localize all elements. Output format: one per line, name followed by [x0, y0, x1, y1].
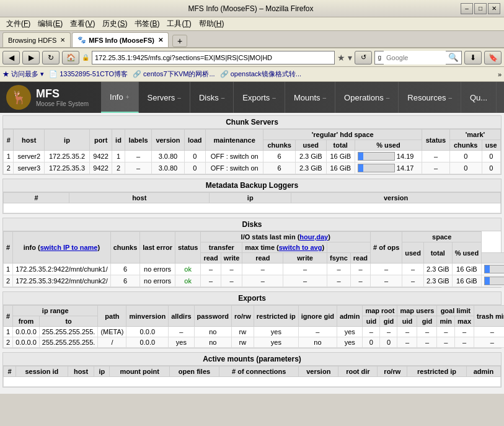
hour-day-link[interactable]: hour,day [299, 233, 328, 241]
col-mbl-host: host [69, 193, 210, 203]
col-mount-connections: # of connections [219, 366, 299, 377]
new-tab-button[interactable]: + [172, 35, 187, 47]
progress-bar [358, 152, 395, 161]
col-exp-password: password [194, 306, 231, 327]
col-fsync-time: fsync [327, 253, 351, 264]
nav-tab-resources[interactable]: Resources – [399, 82, 461, 113]
disk-write-transfer: – [221, 264, 242, 275]
exp-password: no [194, 327, 231, 337]
nav-tab-servers-label: Servers [148, 93, 175, 102]
col-chunks2: chunks [449, 140, 482, 151]
download-button[interactable]: ⬇ [464, 51, 482, 64]
back-button[interactable]: ◀ [2, 51, 20, 64]
progress-bar [484, 277, 504, 285]
table-row: 2 server3 172.25.35.3 9422 2 – 3.0.80 0 … [4, 162, 501, 174]
url-input[interactable] [92, 51, 335, 64]
table-row: 1 172.25.35.2:9422/mnt/chunk1/ 6 no erro… [4, 264, 505, 275]
col-exp-num: # [4, 306, 13, 327]
tab-bar: Browsing HDFS ✕ 🐾 MFS Info (MooseFS) ✕ + [0, 31, 504, 48]
exp-users-uid: – [397, 337, 417, 348]
nav-tab-operations[interactable]: Operations – [335, 82, 399, 113]
exp-goal-min: – [437, 327, 455, 337]
menu-edit[interactable]: 编辑(E) [34, 17, 66, 30]
cs-use2: 0 [482, 162, 500, 174]
nav-tab-servers[interactable]: Servers – [139, 82, 190, 113]
bookmark-kvm[interactable]: 🔗 centos7下KVM的网桥... [133, 69, 215, 79]
nav-tab-mounts[interactable]: Mounts – [285, 82, 335, 113]
col-hdd-space: 'regular' hdd space [263, 130, 422, 140]
window-controls[interactable]: – □ ✕ [461, 3, 500, 14]
disk-percent: 14.19 [482, 264, 504, 275]
reload-button[interactable]: ↻ [42, 51, 60, 64]
col-goal-min: min [437, 316, 455, 327]
cs-labels: – [125, 151, 152, 162]
refresh-button[interactable]: ↺ [355, 51, 372, 64]
exp-root-uid: 0 [363, 337, 380, 348]
col-port: port [89, 130, 112, 151]
tab-hdfs-close[interactable]: ✕ [60, 37, 65, 43]
bookmark-51cto[interactable]: 📄 13352895-51CTO博客 [49, 69, 128, 79]
menu-file[interactable]: 文件(F) [2, 17, 34, 30]
nav-tab-disks-label: Disks [199, 93, 219, 102]
col-total: total [326, 140, 355, 151]
disk-path: 172.25.35.2:9422/mnt/chunk1/ [13, 264, 111, 275]
nav-tab-exports[interactable]: Exports – [234, 82, 285, 113]
disk-total: 16 GiB [452, 264, 482, 275]
search-button[interactable]: 🔍 [446, 53, 461, 62]
nav-tab-mounts-icon: – [323, 94, 327, 101]
col-space: space [402, 232, 482, 242]
maximize-button[interactable]: □ [474, 3, 487, 14]
cs-host: server2 [14, 151, 45, 162]
tab-mfs-close[interactable]: ✕ [158, 37, 163, 43]
exp-from: 0.0.0.0 [13, 337, 40, 348]
col-exp-from: from [13, 316, 40, 327]
bookmarks-bar: ★ 访问最多 ▾ 📄 13352895-51CTO博客 🔗 centos7下KV… [0, 67, 504, 82]
metadata-backup-header: Metadata Backup Loggers [3, 179, 501, 192]
menu-history[interactable]: 历史(S) [99, 17, 131, 30]
menu-view[interactable]: 查看(V) [66, 17, 99, 30]
col-exp-minver: minversion [126, 306, 169, 327]
disk-read-ops: – [350, 264, 370, 275]
disk-status: ok [175, 275, 200, 287]
col-mount-openfiles: open files [169, 366, 219, 377]
minimize-button[interactable]: – [461, 3, 473, 14]
cs-chunks: 6 [263, 151, 296, 162]
col-map-users-uid: uid [397, 316, 417, 327]
nav-tab-mounts-label: Mounts [294, 93, 321, 102]
progress-bar-fill [485, 277, 490, 285]
home-button[interactable]: 🏠 [62, 51, 79, 64]
col-host: host [14, 130, 45, 151]
nav-tab-info[interactable]: Info + [101, 82, 139, 113]
cs-total: 16 GiB [326, 162, 355, 174]
disk-fsync-ops: – [402, 264, 424, 275]
nav-tab-servers-icon: – [177, 94, 181, 101]
menu-bookmarks[interactable]: 书签(B) [131, 17, 163, 30]
avg-link[interactable]: switch to avg [279, 244, 322, 251]
exp-trash-min: – [474, 327, 504, 337]
bookmark-openstack[interactable]: 🔗 openstack镜像格式转... [220, 69, 301, 79]
menu-help[interactable]: 帮助(H) [195, 17, 228, 30]
tab-hdfs[interactable]: Browsing HDFS ✕ [2, 32, 71, 47]
tab-mfs[interactable]: 🐾 MFS Info (MooseFS) ✕ [72, 32, 169, 47]
bookmark-visited[interactable]: ★ 访问最多 ▾ [2, 69, 44, 79]
col-num: # [4, 130, 14, 151]
exp-from: 0.0.0.0 [13, 327, 40, 337]
cs-percent: 14.17 [355, 162, 422, 174]
percent-label: 14.19 [397, 153, 414, 160]
col-mount-point: mount point [110, 366, 169, 377]
col-maintenance: maintenance [205, 130, 263, 151]
col-map-users-gid: gid [417, 316, 437, 327]
nav-tab-qu-label: Qu... [470, 93, 487, 102]
switch-ip-name-link[interactable]: switch IP to name [40, 244, 98, 251]
menu-tools[interactable]: 工具(T) [163, 17, 195, 30]
col-mount-restricted: restricted ip [407, 366, 467, 377]
bookmarks-button[interactable]: 🔖 [484, 51, 502, 64]
bookmarks-more[interactable]: » [498, 71, 502, 78]
col-read-ops: read [350, 253, 370, 264]
nav-tab-qu[interactable]: Qu... [461, 82, 497, 113]
nav-tab-disks[interactable]: Disks – [190, 82, 234, 113]
forward-button[interactable]: ▶ [22, 51, 40, 64]
col-exp-restricted: restricted ip [254, 306, 298, 327]
close-button[interactable]: ✕ [488, 3, 500, 14]
search-input[interactable] [384, 51, 446, 64]
